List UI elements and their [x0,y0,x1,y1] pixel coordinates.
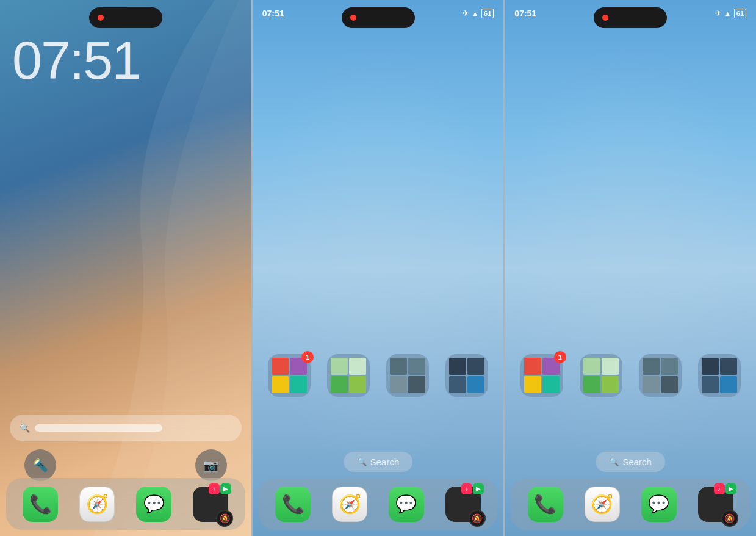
folder-badge-2-1: 1 [554,351,566,363]
dynamic-island-1 [89,7,162,28]
dynamic-island-2 [342,7,415,28]
battery-icon-2: 61 [481,9,494,18]
folder-mini-11 [390,376,407,393]
folder-mini-2-7 [583,376,600,393]
flashlight-icon: 🔦 [33,458,48,473]
divider-2 [503,0,505,536]
folder-mini-13 [449,358,466,375]
flashlight-button[interactable]: 🔦 [24,449,56,481]
folder-mini-12 [408,376,425,393]
music-badge-2: ♪ ▶ [461,483,484,494]
home-blur-2 [505,37,756,475]
music-app-icon-2: ♪ [461,483,472,494]
folder-grid-2-4 [702,358,737,393]
lock-search-content [35,424,162,432]
search-icon-2: 🔍 [609,457,619,466]
dock-safari-2[interactable] [332,487,367,522]
app-folder-2-2[interactable] [580,354,622,397]
folder-mini-2-8 [602,376,619,393]
airplane-icon-3: ✈ [715,9,721,18]
home-screen-2: 07:51 ✈ ▲ 61 1 [505,0,756,536]
folder-mini-5 [331,358,348,375]
mute-icon-3: 🔕 [721,510,738,527]
app-folder-1-3[interactable] [386,354,429,397]
music-app-icon-3: ♪ [714,483,725,494]
folder-mini-2-16 [720,376,737,393]
folder-mini-16 [467,376,484,393]
folder-mini-6 [349,358,366,375]
status-icons-2: ✈ ▲ 61 [463,9,494,18]
folder-badge-1-1: 1 [301,351,314,363]
airplane-icon-2: ✈ [463,9,469,18]
dock-messages-2[interactable] [389,487,424,522]
folder-grid-2-3 [643,358,678,393]
camera-button[interactable]: 📷 [195,449,227,481]
search-pill-2[interactable]: 🔍 Search [596,452,665,472]
search-pill-1[interactable]: 🔍 Search [344,452,413,472]
folder-mini-4 [290,376,307,393]
status-time-3: 07:51 [514,9,536,18]
mute-icon-2: 🔕 [469,510,486,527]
dock-music-mute-1[interactable]: ♪ ▶ 🔕 [193,487,228,522]
music-badge-1: ♪ ▶ [209,483,231,494]
spotify-icon-3: ▶ [725,483,736,494]
lock-screen: 07:51 🔍 🔦 📷 ♪ ▶ 🔕 [0,0,251,536]
music-app-icon: ♪ [209,483,220,494]
app-folder-2-3[interactable] [639,354,682,397]
recording-indicator-2 [350,15,356,21]
dock-music-mute-2[interactable]: ♪ ▶ 🔕 [445,487,481,522]
folder-mini-10 [408,358,425,375]
spotify-icon-2: ▶ [473,483,484,494]
folder-mini-9 [390,358,407,375]
dock-safari-3[interactable] [585,487,620,522]
home-screen-1: 07:51 ✈ ▲ 61 1 [253,0,504,536]
folder-grid-2-2 [583,358,619,393]
search-icon-1: 🔍 [357,457,367,466]
folder-mini-1 [272,358,289,375]
recording-indicator-3 [602,15,608,21]
folder-mini-2-14 [720,358,737,375]
dock-phone-2[interactable] [275,487,311,522]
wifi-icon-3: ▲ [724,10,731,17]
app-folder-2-4[interactable] [698,354,741,397]
folder-mini-2-13 [702,358,719,375]
home-folders-row-2: 1 [505,354,756,397]
lock-search-icon: 🔍 [20,423,30,433]
dynamic-island-3 [594,7,667,28]
status-icons-3: ✈ ▲ 61 [715,9,746,18]
folder-grid-2-1 [524,358,560,393]
dock-phone-3[interactable] [528,487,563,522]
lock-search-bar[interactable]: 🔍 [10,415,242,441]
dock-2: ♪ ▶ 🔕 [259,478,498,530]
folder-grid-1-3 [390,358,425,393]
folder-grid-1-2 [331,358,366,393]
app-folder-1-1[interactable]: 1 [268,354,311,397]
folder-mini-2-9 [643,358,660,375]
camera-icon: 📷 [203,458,218,473]
folder-mini-2-6 [602,358,619,375]
folder-mini-14 [467,358,484,375]
search-label-2: Search [622,457,652,467]
folder-mini-2-11 [643,376,660,393]
app-folder-1-4[interactable] [445,354,488,397]
dock-music-mute-3[interactable]: ♪ ▶ 🔕 [698,487,733,522]
folder-grid-1-1 [272,358,307,393]
status-time-2: 07:51 [262,9,284,18]
dock-1: ♪ ▶ 🔕 [6,478,245,530]
dock-messages-1[interactable] [136,487,171,522]
folder-mini-2-10 [661,358,678,375]
dock-phone-1[interactable] [23,487,58,522]
dock-safari-1[interactable] [79,487,115,522]
folder-mini-8 [349,376,366,393]
app-folder-2-1[interactable]: 1 [520,354,563,397]
folder-mini-2-3 [524,376,541,393]
folder-mini-2-1 [524,358,541,375]
folder-mini-7 [331,376,348,393]
recording-indicator-1 [98,15,104,21]
app-folder-1-2[interactable] [327,354,370,397]
folder-mini-15 [449,376,466,393]
battery-icon-3: 61 [734,9,746,18]
dock-messages-3[interactable] [641,487,677,522]
search-label-1: Search [370,457,400,467]
folder-mini-2-15 [702,376,719,393]
